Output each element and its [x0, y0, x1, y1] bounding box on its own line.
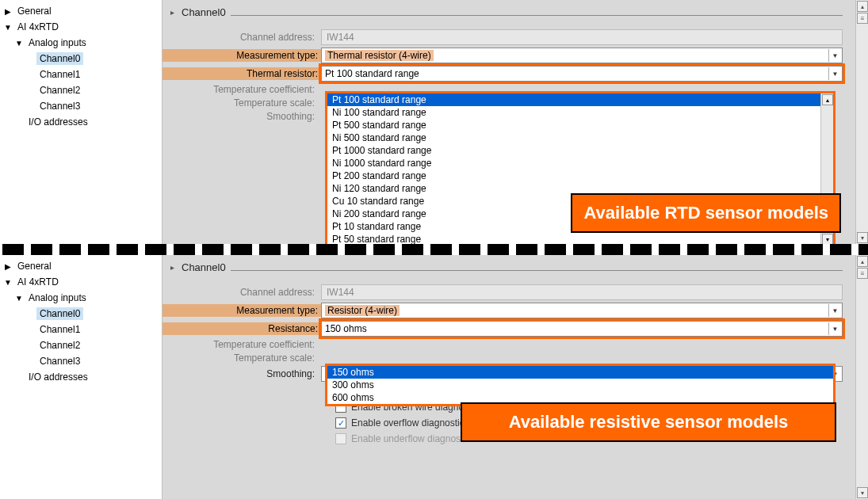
- tree-label: Channel3: [36, 355, 83, 368]
- tree-expand-icon[interactable]: ▼: [14, 294, 24, 303]
- tree-item[interactable]: ▶General: [0, 3, 162, 19]
- tree-item[interactable]: ▼Analog inputs: [0, 290, 162, 306]
- tree-item[interactable]: ▼AI 4xRTD: [0, 274, 162, 290]
- dropdown-option[interactable]: Pt 50 standard range: [327, 233, 820, 244]
- channel-address-label: Channel address:: [163, 32, 321, 43]
- dropdown-option[interactable]: 150 ohms: [327, 366, 833, 379]
- dropdown-option[interactable]: 300 ohms: [327, 379, 833, 391]
- image-divider: [0, 244, 868, 255]
- tree-item[interactable]: ▶General: [0, 258, 162, 274]
- tree-label: General: [14, 5, 55, 17]
- tree-label: General: [14, 260, 55, 272]
- checkbox[interactable]: ✓: [335, 417, 346, 429]
- tree-item[interactable]: ▼AI 4xRTD: [0, 19, 162, 35]
- tree-item[interactable]: Channel1: [0, 67, 162, 82]
- tree-label: Channel0: [36, 52, 83, 65]
- nav-tree: ▶General▼AI 4xRTD▼Analog inputsChannel0C…: [0, 0, 163, 244]
- scroll-handle[interactable]: ≡: [857, 268, 868, 279]
- tree-label: AI 4xRTD: [14, 276, 62, 288]
- checkbox-label: Enable underflow diagnostics: [351, 433, 475, 444]
- tree-item[interactable]: I/O addresses: [0, 369, 162, 385]
- tree-label: Channel0: [36, 307, 83, 320]
- resistance-label: Resistance:: [163, 322, 321, 335]
- tree-label: Channel2: [36, 339, 83, 352]
- tree-label: I/O addresses: [25, 371, 91, 383]
- tree-expand-icon[interactable]: ▼: [14, 39, 24, 48]
- tree-label: Analog inputs: [25, 291, 90, 304]
- scroll-up-icon[interactable]: ▴: [822, 94, 833, 105]
- tree-item[interactable]: ▼Analog inputs: [0, 35, 162, 51]
- section-title: Channel0: [182, 6, 226, 18]
- tree-label: Analog inputs: [25, 36, 90, 49]
- smoothing-label: Smoothing:: [163, 111, 321, 122]
- tree-item[interactable]: Channel0: [0, 306, 162, 322]
- dropdown-option[interactable]: Pt 100 standard range: [327, 93, 820, 106]
- measurement-type-label: Measurement type:: [163, 49, 321, 62]
- tree-label: Channel2: [36, 84, 83, 97]
- channel-address-label: Channel address:: [163, 287, 321, 298]
- scroll-down-icon[interactable]: ▾: [822, 234, 833, 244]
- temp-coef-label: Temperature coefficient:: [163, 84, 321, 95]
- temp-coef-label: Temperature coefficient:: [163, 339, 321, 350]
- resistive-callout: Available resistive sensor models: [461, 402, 836, 442]
- divider: [231, 15, 843, 16]
- chevron-down-icon: ▼: [828, 67, 841, 80]
- tree-expand-icon[interactable]: ▼: [3, 278, 13, 287]
- tree-expand-icon[interactable]: ▼: [3, 23, 13, 32]
- chevron-down-icon: ▼: [828, 304, 841, 317]
- divider: [231, 270, 843, 271]
- nav-tree: ▶General▼AI 4xRTD▼Analog inputsChannel0C…: [0, 255, 163, 499]
- tree-label: Channel3: [36, 100, 83, 112]
- resistance-dropdown[interactable]: 150 ohms300 ohms600 ohms: [325, 364, 835, 406]
- tree-label: Channel1: [36, 323, 83, 336]
- resistance-select[interactable]: 150 ohms ▼: [321, 321, 843, 337]
- channel-address-field: IW144: [321, 284, 843, 300]
- tree-label: I/O addresses: [25, 116, 91, 128]
- scroll-down-icon[interactable]: ▾: [857, 232, 868, 243]
- tree-label: AI 4xRTD: [14, 21, 62, 33]
- panel-scrollbar[interactable]: ▴ ≡ ▾: [855, 255, 868, 499]
- properties-panel-bottom: ▸ Channel0 Channel address: IW144 Measur…: [163, 255, 868, 499]
- tree-item[interactable]: Channel2: [0, 337, 162, 353]
- scroll-up-icon[interactable]: ▴: [857, 1, 868, 12]
- temp-scale-label: Temperature scale:: [163, 97, 321, 109]
- measurement-type-select[interactable]: Resistor (4-wire) ▼: [321, 303, 843, 318]
- section-title: Channel0: [182, 261, 226, 273]
- tree-item[interactable]: Channel0: [0, 51, 162, 67]
- dropdown-option[interactable]: Ni 1000 standard range: [327, 157, 820, 170]
- temp-scale-label: Temperature scale:: [163, 352, 321, 364]
- tree-label: Channel1: [36, 68, 83, 81]
- dropdown-option[interactable]: Pt 200 standard range: [327, 170, 820, 182]
- tree-expand-icon[interactable]: ▶: [3, 7, 13, 16]
- tree-item[interactable]: Channel2: [0, 82, 162, 98]
- tree-item[interactable]: Channel1: [0, 322, 162, 337]
- dropdown-option[interactable]: Ni 100 standard range: [327, 106, 820, 119]
- panel-scrollbar[interactable]: ▴ ≡ ▾: [855, 0, 868, 244]
- checkbox-label: Enable overflow diagnostics: [351, 417, 469, 429]
- tree-item[interactable]: Channel3: [0, 98, 162, 114]
- dropdown-option[interactable]: Pt 1000 standard range: [327, 144, 820, 157]
- properties-panel-top: ▸ Channel0 Channel address: IW144 Measur…: [163, 0, 868, 244]
- dropdown-option[interactable]: Pt 500 standard range: [327, 119, 820, 131]
- tree-item[interactable]: Channel3: [0, 353, 162, 369]
- section-expand-icon[interactable]: ▸: [170, 263, 182, 272]
- rtd-callout: Available RTD sensor models: [571, 193, 841, 233]
- scroll-up-icon[interactable]: ▴: [857, 256, 868, 267]
- chevron-down-icon: ▼: [828, 322, 841, 335]
- thermal-resistor-select[interactable]: Pt 100 standard range ▼: [321, 66, 843, 82]
- thermal-resistor-label: Thermal resistor:: [163, 67, 321, 80]
- scroll-down-icon[interactable]: ▾: [857, 487, 868, 498]
- checkbox: [335, 433, 346, 444]
- section-expand-icon[interactable]: ▸: [170, 8, 182, 17]
- smoothing-label: Smoothing:: [163, 368, 321, 379]
- channel-address-field: IW144: [321, 29, 843, 45]
- measurement-type-select[interactable]: Thermal resistor (4-wire) ▼: [321, 48, 843, 63]
- dropdown-option[interactable]: Ni 500 standard range: [327, 131, 820, 144]
- tree-item[interactable]: I/O addresses: [0, 114, 162, 130]
- chevron-down-icon: ▼: [828, 49, 841, 62]
- measurement-type-label: Measurement type:: [163, 304, 321, 317]
- tree-expand-icon[interactable]: ▶: [3, 262, 13, 271]
- scroll-handle[interactable]: ≡: [857, 13, 868, 24]
